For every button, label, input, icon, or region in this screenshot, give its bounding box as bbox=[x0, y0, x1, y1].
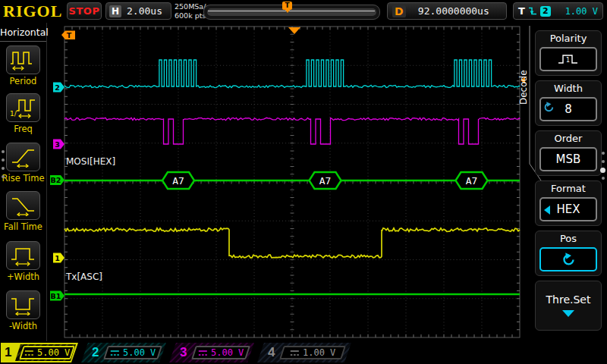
trigger-position-tag[interactable]: T bbox=[282, 2, 292, 10]
format-value: HEX bbox=[556, 202, 580, 216]
page-dot bbox=[2, 167, 5, 170]
oscilloscope-screen: RIGOL STOP H 2.00us 250MSa/s 600k pts T … bbox=[0, 0, 607, 364]
format-value-box: HEX bbox=[539, 197, 597, 221]
measure-freq-label: Freq bbox=[0, 124, 46, 134]
measure-pos-width-label: +Width bbox=[0, 271, 46, 282]
expand-down-arrow-icon bbox=[562, 310, 574, 317]
waveform-display: MOSI[HEX]A7A7A7Tx[ASC]23B21B1T bbox=[47, 23, 529, 341]
delay-box: D 92.0000000us bbox=[387, 2, 507, 20]
measure-neg-width-label: -Width bbox=[0, 321, 46, 331]
menu-page-dot bbox=[602, 160, 605, 163]
measure-rise-time-label: Rise Time bbox=[0, 173, 46, 184]
channel-marker-label: 2 bbox=[55, 83, 60, 92]
menu-item-width[interactable]: Width 8 bbox=[535, 80, 602, 126]
menu-page-dot bbox=[602, 177, 605, 180]
horizontal-scale-box: H 2.00us bbox=[105, 2, 171, 20]
bus1-label: Tx[ASC] bbox=[65, 271, 102, 282]
measure-pos-width-button[interactable] bbox=[6, 241, 40, 270]
dc-coupling-icon bbox=[290, 350, 300, 356]
trigger-source-badge: 2 bbox=[540, 6, 551, 17]
channel-1-scale-box: 5.00 V bbox=[19, 346, 75, 359]
measure-period-label: Period bbox=[0, 76, 46, 86]
measure-sidebar: Horizontal Period 1/ Freq bbox=[0, 23, 47, 341]
select-left-arrow-icon bbox=[544, 206, 550, 215]
channel-4-number: 4 bbox=[268, 345, 275, 360]
channel-marker-label: 1 bbox=[55, 254, 60, 262]
memory-position-strip[interactable]: T bbox=[203, 5, 380, 20]
period-icon bbox=[10, 49, 37, 71]
memory-waveform-preview bbox=[207, 8, 376, 16]
decode-value: A7 bbox=[172, 175, 184, 187]
positive-pulse-icon: 1 bbox=[557, 52, 580, 66]
threshold-set-label: Thre.Set bbox=[536, 293, 601, 306]
svg-text:1: 1 bbox=[566, 57, 570, 64]
rigol-logo: RIGOL bbox=[3, 2, 62, 21]
decode-tab-label: Decode bbox=[518, 53, 529, 121]
channel-2-number: 2 bbox=[92, 345, 99, 360]
trigger-flag-label: T bbox=[67, 31, 72, 39]
plus-width-icon bbox=[10, 245, 37, 266]
channel-4-status[interactable]: 4 1.00 V bbox=[257, 343, 351, 362]
channel-1-status[interactable]: 1 5.00 V bbox=[1, 343, 78, 362]
top-status-bar: RIGOL STOP H 2.00us 250MSa/s 600k pts T … bbox=[0, 0, 607, 23]
decode-value: A7 bbox=[319, 175, 332, 187]
run-stop-status[interactable]: STOP bbox=[67, 2, 102, 20]
width-value-box: 8 bbox=[539, 97, 597, 121]
channel-2-scale: 5.00 V bbox=[123, 347, 156, 358]
rotate-knob-icon bbox=[543, 102, 555, 113]
freq-icon: 1/ bbox=[10, 97, 37, 118]
channel-4-scale-box: 1.00 V bbox=[279, 346, 346, 359]
measure-freq-button[interactable]: 1/ bbox=[6, 93, 40, 122]
menu-item-threshold-set[interactable]: Thre.Set bbox=[535, 281, 602, 331]
channel-4-scale: 1.00 V bbox=[303, 347, 335, 358]
menu-item-polarity[interactable]: Polarity 1 bbox=[535, 30, 602, 76]
decode-value: A7 bbox=[466, 175, 478, 187]
channel-3-status[interactable]: 3 5.00 V bbox=[169, 343, 254, 362]
svg-text:1/: 1/ bbox=[10, 110, 17, 118]
channel-2-scale-box: 5.00 V bbox=[103, 346, 162, 359]
dc-coupling-icon bbox=[110, 350, 120, 356]
page-dot bbox=[2, 150, 5, 153]
dc-coupling-icon bbox=[24, 350, 34, 356]
rise-time-icon bbox=[10, 146, 37, 168]
order-value: MSB bbox=[556, 152, 581, 166]
pos-value-box bbox=[539, 247, 597, 271]
h-badge: H bbox=[109, 5, 121, 17]
channel-marker-label: 3 bbox=[55, 140, 60, 149]
format-label: Format bbox=[536, 181, 601, 195]
fall-time-icon bbox=[10, 195, 37, 216]
minus-width-icon bbox=[10, 294, 37, 315]
page-dot bbox=[2, 175, 5, 178]
measure-fall-time-button[interactable] bbox=[6, 191, 40, 220]
timebase-value: 2.00us bbox=[121, 5, 168, 17]
channel-marker-label: B2 bbox=[51, 176, 61, 184]
polarity-value-box: 1 bbox=[539, 47, 597, 71]
channel-3-scale-box: 5.00 V bbox=[191, 346, 250, 359]
dc-coupling-icon bbox=[198, 350, 208, 356]
delay-badge: D bbox=[392, 5, 406, 17]
measure-fall-time-label: Fall Time bbox=[0, 221, 46, 232]
measure-rise-time-button[interactable] bbox=[6, 143, 40, 171]
rotate-knob-cyan-icon bbox=[561, 253, 576, 267]
channel-status-bar: 1 5.00 V 2 5.00 V 3 bbox=[0, 341, 607, 364]
measure-category-title[interactable]: Horizontal bbox=[0, 27, 46, 42]
menu-item-pos[interactable]: Pos bbox=[535, 231, 602, 276]
menu-page-dot bbox=[602, 152, 605, 155]
trigger-level-value: 1.00 V bbox=[554, 6, 598, 17]
polarity-label: Polarity bbox=[536, 31, 601, 45]
menu-item-format[interactable]: Format HEX bbox=[535, 180, 602, 226]
decode-menu: Decode Polarity 1 Width 8 Order bbox=[529, 23, 607, 341]
order-value-box: MSB bbox=[539, 147, 597, 171]
delay-value: 92.0000000us bbox=[406, 5, 502, 17]
channel-2-status[interactable]: 2 5.00 V bbox=[81, 343, 166, 362]
bus2-label: MOSI[HEX] bbox=[66, 156, 115, 167]
page-dot bbox=[2, 158, 5, 162]
width-label: Width bbox=[536, 81, 601, 95]
measure-period-button[interactable] bbox=[6, 46, 40, 74]
pos-label: Pos bbox=[536, 231, 601, 245]
channel-marker-label: B1 bbox=[51, 292, 61, 300]
channel-1-number: 1 bbox=[5, 345, 11, 360]
measure-neg-width-button[interactable] bbox=[6, 290, 40, 319]
menu-item-order[interactable]: Order MSB bbox=[535, 130, 602, 176]
channel-3-number: 3 bbox=[180, 345, 187, 360]
